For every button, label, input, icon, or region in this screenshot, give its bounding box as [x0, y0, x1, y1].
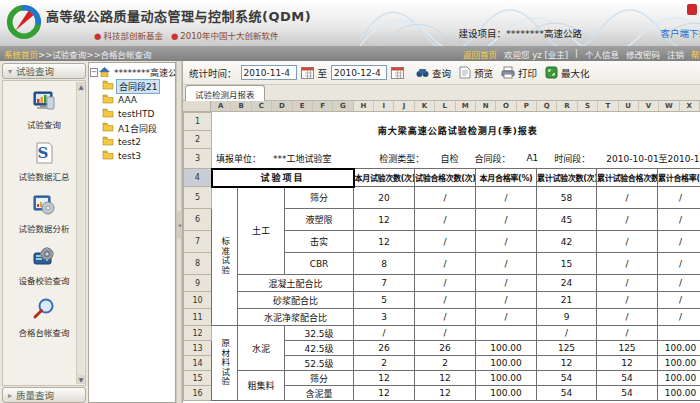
date-to-input[interactable] [331, 65, 387, 80]
project-selector[interactable]: 建设项目：********高速公路 [458, 26, 582, 40]
row-header[interactable]: 16 [184, 386, 212, 401]
sheet-cell[interactable]: 3 [354, 309, 415, 326]
sheet-cell[interactable]: / [597, 275, 658, 292]
report-info-row[interactable]: 填报单位： ***工地试验室 检测类型： 自检 合同段： A1 时间段： 201… [212, 149, 700, 169]
sheet-cell[interactable]: 100.00 [658, 341, 700, 356]
sheet-cell[interactable]: 125 [537, 341, 597, 356]
sidebar-group-quality-query[interactable]: ▸ 质量查询 [2, 387, 86, 403]
sheet-cell[interactable]: 8 [354, 253, 415, 275]
user-link[interactable]: 欢迎您 yz [业主] [504, 48, 568, 60]
column-header-H[interactable]: H [354, 101, 374, 111]
sheet-cell[interactable]: 24 [537, 275, 597, 292]
splitter-handle-icon[interactable]: ◂ [177, 211, 182, 239]
sheet-cell[interactable]: 100.00 [476, 371, 537, 386]
sheet-cell[interactable]: 100.00 [658, 356, 700, 371]
user-link[interactable]: 个人信息 [585, 48, 619, 60]
sheet-cell[interactable]: / [415, 309, 476, 326]
row-header[interactable]: 15 [184, 371, 212, 386]
column-header-V[interactable]: V [639, 101, 659, 111]
row-header[interactable]: 1 [184, 113, 212, 131]
sheet-cell[interactable]: 20 [354, 187, 415, 209]
sheet-cell[interactable]: 26 [354, 341, 415, 356]
row-header[interactable]: 12 [184, 326, 212, 341]
预览-button[interactable]: 预览 [459, 66, 493, 80]
sheet-cell[interactable]: 液塑限 [285, 209, 354, 231]
row-header[interactable]: 7 [184, 231, 212, 253]
col-header[interactable]: 本月试验次数(次) [354, 169, 415, 187]
column-header-W[interactable]: W [659, 101, 679, 111]
sheet-cell[interactable]: 标准试验 [212, 187, 238, 326]
tree-root-label[interactable]: ********高速公路 [112, 66, 176, 79]
row-header[interactable]: 10 [184, 292, 212, 309]
select-all-corner[interactable] [183, 101, 211, 111]
column-header-Q[interactable]: Q [537, 101, 557, 111]
sheet-cell[interactable]: 12 [354, 371, 415, 386]
sheet-cell[interactable]: 12 [354, 209, 415, 231]
sheet-cell[interactable]: 54 [597, 386, 658, 401]
user-link[interactable]: 返回首页 [463, 48, 497, 60]
col-header[interactable]: 累计合格率(%) [658, 169, 700, 187]
column-header-G[interactable]: G [333, 101, 353, 111]
user-link[interactable]: 注销 [667, 48, 684, 60]
sidebar-item[interactable]: 试验查询 [3, 89, 85, 130]
sheet-cell[interactable]: / [415, 253, 476, 275]
row-header[interactable]: 3 [184, 149, 212, 169]
sheet-cell[interactable]: 筛分 [285, 187, 354, 209]
row-header-selected[interactable]: 4 [184, 169, 212, 187]
sheet-cell[interactable]: / [415, 275, 476, 292]
sheet-cell[interactable]: / [597, 187, 658, 209]
sheet-cell[interactable]: / [476, 292, 537, 309]
sheet-cell[interactable]: / [415, 292, 476, 309]
sheet-cell[interactable]: 52.5级 [285, 356, 354, 371]
client-download-link[interactable]: 客户端下载 [660, 26, 700, 40]
sheet-cell[interactable]: / [597, 292, 658, 309]
date-from-input[interactable] [241, 65, 297, 80]
sheet-cell[interactable]: 42.5级 [285, 341, 354, 356]
col-header[interactable]: 本月合格率(%) [476, 169, 537, 187]
column-header-T[interactable]: T [598, 101, 618, 111]
sheet-cell[interactable]: CBR [285, 253, 354, 275]
column-header-D[interactable]: D [272, 101, 292, 111]
tree-item[interactable]: 合同段21 [89, 79, 175, 93]
sheet-cell[interactable]: / [415, 209, 476, 231]
column-header-B[interactable]: B [231, 101, 251, 111]
sheet-cell[interactable]: / [354, 326, 415, 341]
sheet-cell[interactable]: / [597, 209, 658, 231]
sidebar-item[interactable]: 设备校验查询 [3, 245, 85, 286]
sheet-cell[interactable]: / [597, 231, 658, 253]
tree-item[interactable]: test3 [89, 149, 175, 163]
sheet-cell[interactable]: 26 [415, 341, 476, 356]
breadcrumb-home[interactable]: 系统首页 [4, 50, 38, 60]
sheet-cell[interactable]: 2 [354, 356, 415, 371]
sheet-cell[interactable]: 砂浆配合比 [238, 292, 354, 309]
row-header[interactable]: 13 [184, 341, 212, 356]
column-header-E[interactable]: E [293, 101, 313, 111]
sheet-cell[interactable]: / [415, 231, 476, 253]
sheet-cell[interactable]: 100.00 [658, 386, 700, 401]
column-header-R[interactable]: R [557, 101, 577, 111]
sheet-cell[interactable] [658, 326, 700, 341]
sheet-cell[interactable]: / [476, 209, 537, 231]
sheet-cell[interactable]: / [476, 275, 537, 292]
sheet-cell[interactable]: 12 [537, 356, 597, 371]
sheet-cell[interactable]: 9 [537, 309, 597, 326]
sheet-cell[interactable]: / [658, 292, 700, 309]
sheet-cell[interactable] [476, 326, 537, 341]
sheet-cell[interactable]: / [658, 187, 700, 209]
row-header[interactable]: 11 [184, 309, 212, 326]
sheet-cell[interactable]: / [415, 187, 476, 209]
查询-button[interactable]: 查询 [416, 66, 451, 80]
sheet-cell[interactable]: 筛分 [285, 371, 354, 386]
sheet-cell[interactable]: 100.00 [476, 341, 537, 356]
sheet-cell[interactable]: 54 [597, 371, 658, 386]
sidebar-group-test-query[interactable]: ▾ 试验查询 [2, 63, 86, 79]
sheet-cell[interactable]: 击实 [285, 231, 354, 253]
tree-item[interactable]: AAA [89, 93, 175, 107]
sheet-cell[interactable]: 土工 [238, 187, 285, 275]
sheet-cell[interactable]: / [597, 309, 658, 326]
sheet-cell[interactable]: / [597, 326, 658, 341]
column-header-K[interactable]: K [415, 101, 435, 111]
sheet-cell[interactable]: / [476, 309, 537, 326]
sidebar-item[interactable]: 合格台帐查询 [3, 297, 85, 338]
row-header[interactable]: 8 [184, 253, 212, 275]
